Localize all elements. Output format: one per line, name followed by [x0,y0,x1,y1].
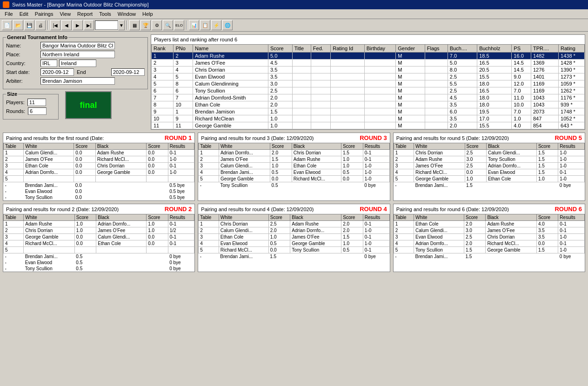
round-table: TableWhiteScoreBlackScoreResults1Adrian … [198,143,389,188]
toolbar-extra3[interactable]: ⚡ [211,20,221,30]
table-row: 3Calum Glendi...1.0Ethan Cole1.01-0 [199,163,389,169]
table-row: 2Adam Rushe3.0Tony Scullion1.51-0 [394,156,584,163]
toolbar-settings[interactable]: ⚙ [152,20,162,30]
start-date-input[interactable] [40,68,74,76]
bye-row: -Tony Scullion0.50 bye [4,266,194,272]
rounds-row: Rounds: [6,107,55,115]
bye-row: -Evan Elwood0.00.5 bye [4,188,194,194]
menu-bar: File Edit Pairings View Report Tools Win… [0,9,588,19]
table-row: 5 [4,247,194,253]
country-row: Country: [6,60,145,67]
round-header: Pairing and results for round 6 (Date: 1… [394,204,585,214]
round-header: Pairing and results for round 5 (Date: 1… [394,133,585,143]
table-row: 1Chris Dorrian2.5Adam Rushe2.00-1 [199,221,389,227]
size-final-row: Size Players: Rounds: final [3,91,148,120]
size-label: Size [6,91,18,97]
table-row: 4Adrian Dornfo...0.0George Gamble0.01-0 [4,169,194,176]
col-pno: PNo [174,45,193,53]
toolbar-grid[interactable]: ▦ [129,20,140,30]
round-title: ROUND 6 [555,206,582,213]
table-row: 91Brendan Jamison1.5M6.019.57.020731748 … [152,108,585,115]
status-button[interactable]: final [65,91,112,119]
table-row: 3Evan Elwood2.5Chris Dorrian3.51-0 [394,234,584,240]
round-table: TableWhiteScoreBlackScoreResults1Calum G… [3,143,194,200]
toolbar-print[interactable]: 🖨 [35,20,46,30]
col-name: Name [193,45,268,53]
end-label: End [77,69,109,75]
players-input[interactable] [27,99,46,106]
table-row: 5 [4,176,194,182]
table-row: 3James O'Fee2.5Adrian Dornfo...1.51-0 [394,163,584,169]
toolbar-elo[interactable]: ELO [174,20,184,30]
toolbar-extra2[interactable]: 📋 [200,20,210,30]
table-row: 1111George Gamble1.0M2.015.54.0854643 * [152,122,585,129]
round-title: ROUND 3 [360,134,387,141]
toolbar-search[interactable]: 🔍 [163,20,173,30]
toolbar-prev[interactable]: ◀ [61,20,72,30]
app-icon [3,1,9,8]
name-input[interactable] [40,42,115,49]
toolbar-save[interactable]: 💾 [24,20,34,30]
toolbar-extra1[interactable]: 📊 [189,20,199,30]
rounds-input[interactable] [28,107,47,115]
country-name-input[interactable] [59,60,96,67]
col-rating: Rating [559,45,585,53]
col-fed: Fed. [311,45,330,53]
table-row: 5George Gamble1.0Ethan Cole1.01-0 [394,176,584,182]
arbiter-row: Arbiter: [6,77,145,85]
rankings-title: Players list and ranking after round 6 [151,35,585,44]
toolbar-cup[interactable]: 🏆 [140,20,151,30]
place-row: Place: [6,51,145,58]
size-group: Size Players: Rounds: [3,91,59,120]
table-row: 2Chris Dorrian1.0James O'Fee1.01/2 [4,227,194,234]
top-section: General Tournament Info Name: Place: Cou… [3,34,585,130]
table-row: 77Adrian Dornford-Smith2.0M4.518.011.010… [152,94,585,101]
col-buchholz: Buchholz [477,45,512,53]
toolbar-round-selector[interactable]: final ▼ [95,20,125,30]
general-info-group: General Tournament Info Name: Place: Cou… [3,34,148,89]
place-input[interactable] [40,51,115,58]
menu-file[interactable]: File [2,10,16,18]
bye-row: -Brendan Jami...1.50 bye [394,182,584,189]
bye-row: -Brendan Jami...0.50 bye [4,253,194,260]
table-row: 810Ethan Cole2.0M3.518.010.01043939 * [152,101,585,108]
round-input[interactable]: final [95,20,118,30]
menu-view[interactable]: View [57,10,74,18]
menu-tools[interactable]: Tools [96,10,114,18]
toolbar-extra4[interactable]: 🌐 [222,20,233,30]
round-panel: Pairing and results for the first round … [3,133,195,201]
country-code-input[interactable] [40,60,57,67]
menu-pairings[interactable]: Pairings [32,10,56,18]
table-row: 1Ethan Cole2.0Adam Rushe4.00-1 [394,221,584,227]
round-dropdown-btn[interactable]: ▼ [118,20,125,30]
table-row: 1Adam Rushe1.0Adrian Dornfo...1.00-1 [4,221,194,227]
menu-help[interactable]: Help [140,10,156,18]
round-panel: Pairing and results for round 2 (Date: 1… [3,204,195,272]
menu-window[interactable]: Window [115,10,139,18]
end-date-input[interactable] [111,68,145,76]
table-row: 58Calum Glendinning3.0M5.518.012.0116910… [152,80,585,87]
round-header-text: Pairing and results for round 2 (Date: 1… [6,206,119,212]
toolbar-new[interactable]: 📄 [2,20,12,30]
bye-row: -Brendan Jami...1.50 bye [394,253,584,260]
rankings-section: Players list and ranking after round 6 R… [151,34,585,130]
toolbar-open[interactable]: 📂 [13,20,23,30]
toolbar-last[interactable]: ▶| [84,20,94,30]
round-header-text: Pairing and results for round 6 (Date: 1… [396,206,509,212]
menu-report[interactable]: Report [74,10,95,18]
arbiter-input[interactable] [40,77,115,85]
country-label: Country: [6,60,39,66]
arbiter-label: Arbiter: [6,78,39,84]
toolbar-next[interactable]: ▶ [73,20,83,30]
table-row: 2Calum Glendi...3.0James O'Fee3.50-1 [394,227,584,234]
round-header-text: Pairing and results for the first round … [6,135,104,141]
table-row: 5Richard McCl...0.0Tony Scullion0.50-1 [199,247,389,253]
table-row: 12Adam Rushe5.0M7.018.516.014821438 * [152,53,585,60]
toolbar-first[interactable]: |◀ [50,20,60,30]
table-row: 34Chris Dorrian3.5M8.020.514.512761390 * [152,67,585,73]
menu-edit[interactable]: Edit [17,10,31,18]
round-panel: Pairing and results for round 3 (Date: 1… [198,133,390,201]
separator-1 [47,20,48,30]
dates-row: Start date: End [6,68,145,76]
rankings-table: Rank PNo Name Score Title Fed. Rating Id… [151,44,585,129]
